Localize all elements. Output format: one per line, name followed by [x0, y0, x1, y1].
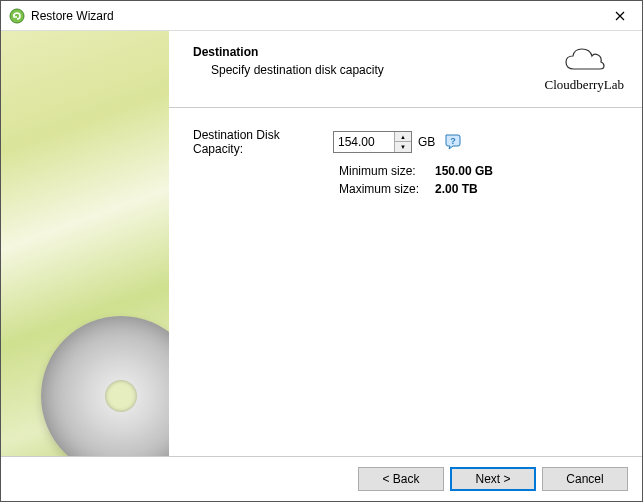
- capacity-row: Destination Disk Capacity: ▲ ▼ GB ?: [193, 128, 618, 156]
- restore-wizard-window: Restore Wizard Destination Specify desti…: [0, 0, 643, 502]
- app-icon: [9, 8, 25, 24]
- cancel-button[interactable]: Cancel: [542, 467, 628, 491]
- cloud-icon: [562, 45, 606, 75]
- capacity-label: Destination Disk Capacity:: [193, 128, 333, 156]
- spin-down-button[interactable]: ▼: [395, 142, 411, 152]
- capacity-input[interactable]: [334, 132, 394, 152]
- page-title: Destination: [193, 45, 545, 59]
- max-size-value: 2.00 TB: [435, 182, 478, 196]
- svg-point-0: [10, 9, 24, 23]
- brand-name: CloudberryLab: [545, 77, 624, 93]
- min-size-label: Minimum size:: [339, 164, 435, 178]
- help-icon: ?: [444, 133, 462, 151]
- max-size-row: Maximum size: 2.00 TB: [339, 182, 618, 196]
- header-text: Destination Specify destination disk cap…: [193, 45, 545, 93]
- spin-up-button[interactable]: ▲: [395, 132, 411, 142]
- window-title: Restore Wizard: [31, 9, 597, 23]
- capacity-unit: GB: [418, 135, 435, 149]
- disc-graphic: [41, 316, 169, 456]
- capacity-spinner: ▲ ▼: [333, 131, 412, 153]
- wizard-content: Destination Specify destination disk cap…: [169, 31, 642, 456]
- wizard-footer: < Back Next > Cancel: [1, 456, 642, 501]
- max-size-label: Maximum size:: [339, 182, 435, 196]
- back-button[interactable]: < Back: [358, 467, 444, 491]
- page-subtitle: Specify destination disk capacity: [211, 63, 545, 77]
- min-size-value: 150.00 GB: [435, 164, 493, 178]
- close-button[interactable]: [597, 1, 642, 31]
- wizard-sidebar: [1, 31, 169, 456]
- svg-text:?: ?: [451, 136, 457, 146]
- form-area: Destination Disk Capacity: ▲ ▼ GB ?: [169, 108, 642, 216]
- wizard-body: Destination Specify destination disk cap…: [1, 31, 642, 456]
- close-icon: [615, 11, 625, 21]
- help-button[interactable]: ?: [443, 132, 463, 152]
- content-header: Destination Specify destination disk cap…: [169, 31, 642, 101]
- next-button[interactable]: Next >: [450, 467, 536, 491]
- brand-block: CloudberryLab: [545, 45, 624, 93]
- min-size-row: Minimum size: 150.00 GB: [339, 164, 618, 178]
- titlebar: Restore Wizard: [1, 1, 642, 31]
